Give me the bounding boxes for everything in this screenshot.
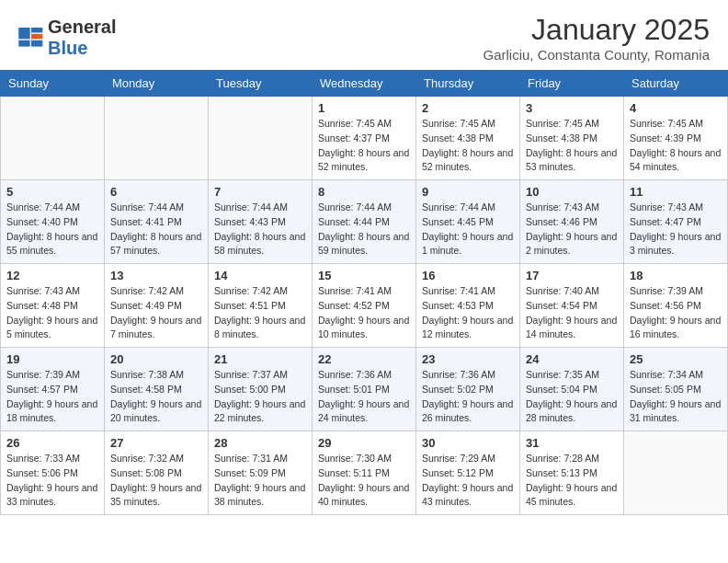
calendar-cell: 5Sunrise: 7:44 AM Sunset: 4:40 PM Daylig… bbox=[1, 180, 105, 264]
calendar-cell: 2Sunrise: 7:45 AM Sunset: 4:38 PM Daylig… bbox=[416, 97, 520, 180]
day-info: Sunrise: 7:41 AM Sunset: 4:52 PM Dayligh… bbox=[318, 284, 410, 342]
day-number: 6 bbox=[110, 185, 202, 199]
day-number: 23 bbox=[422, 352, 514, 366]
calendar-cell: 11Sunrise: 7:43 AM Sunset: 4:47 PM Dayli… bbox=[624, 180, 728, 264]
calendar-cell: 23Sunrise: 7:36 AM Sunset: 5:02 PM Dayli… bbox=[416, 348, 520, 431]
day-number: 14 bbox=[214, 269, 306, 282]
day-number: 30 bbox=[422, 436, 514, 450]
day-info: Sunrise: 7:34 AM Sunset: 5:05 PM Dayligh… bbox=[630, 368, 722, 426]
day-info: Sunrise: 7:33 AM Sunset: 5:06 PM Dayligh… bbox=[6, 452, 98, 510]
day-number: 16 bbox=[422, 269, 514, 282]
day-number: 19 bbox=[6, 352, 98, 366]
calendar-header-row: SundayMondayTuesdayWednesdayThursdayFrid… bbox=[1, 71, 728, 97]
calendar-cell bbox=[1, 97, 105, 180]
week-row-1: 1Sunrise: 7:45 AM Sunset: 4:37 PM Daylig… bbox=[1, 97, 728, 180]
day-number: 25 bbox=[630, 352, 722, 366]
day-number: 18 bbox=[630, 269, 722, 282]
day-number: 26 bbox=[6, 436, 98, 450]
calendar-cell bbox=[624, 431, 728, 515]
calendar-cell bbox=[209, 97, 313, 180]
calendar-cell: 16Sunrise: 7:41 AM Sunset: 4:53 PM Dayli… bbox=[416, 264, 520, 348]
logo-blue: Blue bbox=[48, 38, 87, 58]
day-header-sunday: Sunday bbox=[1, 71, 105, 97]
calendar-cell: 17Sunrise: 7:40 AM Sunset: 4:54 PM Dayli… bbox=[520, 264, 624, 348]
day-number: 21 bbox=[214, 352, 306, 366]
day-number: 29 bbox=[318, 436, 410, 450]
week-row-5: 26Sunrise: 7:33 AM Sunset: 5:06 PM Dayli… bbox=[1, 431, 728, 515]
svg-rect-1 bbox=[31, 28, 42, 33]
day-number: 31 bbox=[526, 436, 618, 450]
location-title: Garliciu, Constanta County, Romania bbox=[483, 47, 710, 63]
day-header-friday: Friday bbox=[520, 71, 624, 97]
day-number: 2 bbox=[422, 101, 514, 115]
logo: General Blue bbox=[18, 17, 116, 59]
day-info: Sunrise: 7:35 AM Sunset: 5:04 PM Dayligh… bbox=[526, 368, 618, 426]
calendar-cell: 28Sunrise: 7:31 AM Sunset: 5:09 PM Dayli… bbox=[209, 431, 313, 515]
day-number: 27 bbox=[110, 436, 202, 450]
calendar-cell: 1Sunrise: 7:45 AM Sunset: 4:37 PM Daylig… bbox=[313, 97, 416, 180]
svg-marker-4 bbox=[18, 40, 29, 47]
day-number: 10 bbox=[526, 185, 618, 199]
calendar-cell: 8Sunrise: 7:44 AM Sunset: 4:44 PM Daylig… bbox=[313, 180, 416, 264]
calendar-cell: 14Sunrise: 7:42 AM Sunset: 4:51 PM Dayli… bbox=[209, 264, 313, 348]
day-number: 5 bbox=[6, 185, 98, 199]
day-info: Sunrise: 7:39 AM Sunset: 4:56 PM Dayligh… bbox=[630, 284, 722, 342]
logo-general: General bbox=[48, 17, 116, 37]
calendar-cell: 12Sunrise: 7:43 AM Sunset: 4:48 PM Dayli… bbox=[1, 264, 105, 348]
day-number: 22 bbox=[318, 352, 410, 366]
day-info: Sunrise: 7:44 AM Sunset: 4:41 PM Dayligh… bbox=[110, 201, 202, 259]
day-info: Sunrise: 7:29 AM Sunset: 5:12 PM Dayligh… bbox=[422, 452, 514, 510]
day-info: Sunrise: 7:31 AM Sunset: 5:09 PM Dayligh… bbox=[214, 452, 306, 510]
day-header-saturday: Saturday bbox=[624, 71, 728, 97]
day-number: 13 bbox=[110, 269, 202, 282]
day-number: 1 bbox=[318, 101, 410, 115]
calendar-cell: 25Sunrise: 7:34 AM Sunset: 5:05 PM Dayli… bbox=[624, 348, 728, 431]
day-info: Sunrise: 7:45 AM Sunset: 4:38 PM Dayligh… bbox=[422, 117, 514, 175]
day-header-monday: Monday bbox=[105, 71, 209, 97]
day-info: Sunrise: 7:44 AM Sunset: 4:44 PM Dayligh… bbox=[318, 201, 410, 259]
calendar-cell bbox=[105, 97, 209, 180]
day-info: Sunrise: 7:36 AM Sunset: 5:02 PM Dayligh… bbox=[422, 368, 514, 426]
day-info: Sunrise: 7:41 AM Sunset: 4:53 PM Dayligh… bbox=[422, 284, 514, 342]
day-number: 24 bbox=[526, 352, 618, 366]
calendar-cell: 27Sunrise: 7:32 AM Sunset: 5:08 PM Dayli… bbox=[105, 431, 209, 515]
day-info: Sunrise: 7:38 AM Sunset: 4:58 PM Dayligh… bbox=[110, 368, 202, 426]
day-header-thursday: Thursday bbox=[416, 71, 520, 97]
calendar-cell: 19Sunrise: 7:39 AM Sunset: 4:57 PM Dayli… bbox=[1, 348, 105, 431]
day-number: 11 bbox=[630, 185, 722, 199]
day-header-tuesday: Tuesday bbox=[209, 71, 313, 97]
calendar-cell: 13Sunrise: 7:42 AM Sunset: 4:49 PM Dayli… bbox=[105, 264, 209, 348]
calendar-cell: 6Sunrise: 7:44 AM Sunset: 4:41 PM Daylig… bbox=[105, 180, 209, 264]
day-info: Sunrise: 7:43 AM Sunset: 4:47 PM Dayligh… bbox=[630, 201, 722, 259]
calendar-cell: 29Sunrise: 7:30 AM Sunset: 5:11 PM Dayli… bbox=[313, 431, 416, 515]
month-title: January 2025 bbox=[483, 13, 710, 47]
calendar-cell: 24Sunrise: 7:35 AM Sunset: 5:04 PM Dayli… bbox=[520, 348, 624, 431]
week-row-3: 12Sunrise: 7:43 AM Sunset: 4:48 PM Dayli… bbox=[1, 264, 728, 348]
calendar-cell: 3Sunrise: 7:45 AM Sunset: 4:38 PM Daylig… bbox=[520, 97, 624, 180]
day-number: 17 bbox=[526, 269, 618, 282]
title-block: January 2025 Garliciu, Constanta County,… bbox=[483, 13, 710, 63]
calendar-cell: 20Sunrise: 7:38 AM Sunset: 4:58 PM Dayli… bbox=[105, 348, 209, 431]
calendar-cell: 22Sunrise: 7:36 AM Sunset: 5:01 PM Dayli… bbox=[313, 348, 416, 431]
page-header: General Blue January 2025 Garliciu, Cons… bbox=[0, 0, 728, 70]
svg-rect-2 bbox=[31, 34, 42, 40]
day-number: 12 bbox=[6, 269, 98, 282]
logo-icon bbox=[18, 28, 44, 48]
calendar-cell: 15Sunrise: 7:41 AM Sunset: 4:52 PM Dayli… bbox=[313, 264, 416, 348]
day-info: Sunrise: 7:30 AM Sunset: 5:11 PM Dayligh… bbox=[318, 452, 410, 510]
day-info: Sunrise: 7:44 AM Sunset: 4:45 PM Dayligh… bbox=[422, 201, 514, 259]
day-info: Sunrise: 7:45 AM Sunset: 4:37 PM Dayligh… bbox=[318, 117, 410, 175]
calendar-table: SundayMondayTuesdayWednesdayThursdayFrid… bbox=[0, 70, 728, 515]
calendar-cell: 18Sunrise: 7:39 AM Sunset: 4:56 PM Dayli… bbox=[624, 264, 728, 348]
day-number: 9 bbox=[422, 185, 514, 199]
day-info: Sunrise: 7:45 AM Sunset: 4:38 PM Dayligh… bbox=[526, 117, 618, 175]
day-number: 20 bbox=[110, 352, 202, 366]
day-info: Sunrise: 7:43 AM Sunset: 4:46 PM Dayligh… bbox=[526, 201, 618, 259]
day-info: Sunrise: 7:28 AM Sunset: 5:13 PM Dayligh… bbox=[526, 452, 618, 510]
calendar-cell: 7Sunrise: 7:44 AM Sunset: 4:43 PM Daylig… bbox=[209, 180, 313, 264]
calendar-cell: 26Sunrise: 7:33 AM Sunset: 5:06 PM Dayli… bbox=[1, 431, 105, 515]
calendar-cell: 4Sunrise: 7:45 AM Sunset: 4:39 PM Daylig… bbox=[624, 97, 728, 180]
day-info: Sunrise: 7:44 AM Sunset: 4:43 PM Dayligh… bbox=[214, 201, 306, 259]
day-info: Sunrise: 7:42 AM Sunset: 4:51 PM Dayligh… bbox=[214, 284, 306, 342]
calendar-cell: 31Sunrise: 7:28 AM Sunset: 5:13 PM Dayli… bbox=[520, 431, 624, 515]
